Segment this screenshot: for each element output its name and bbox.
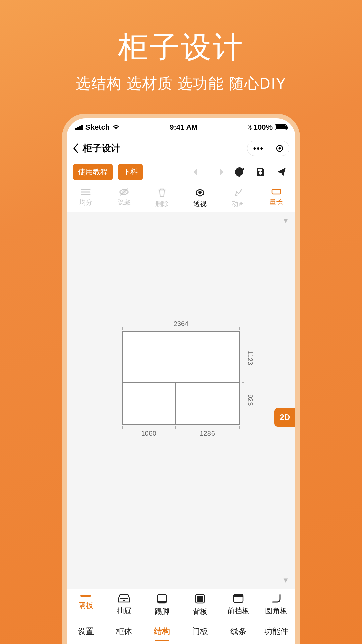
svg-point-1: [279, 147, 281, 150]
tab-settings[interactable]: 设置: [67, 626, 105, 637]
svg-rect-6: [123, 600, 125, 601]
mini-program-capsule: •••: [247, 141, 289, 156]
cabinet-drawing[interactable]: 2364 1123 923 1060 1286: [122, 331, 240, 425]
cut-button[interactable]: 下料: [118, 164, 143, 180]
tool-animate-label: 动画: [232, 199, 245, 208]
tool-measure[interactable]: 量长: [257, 188, 295, 208]
tool-perspective[interactable]: 透视: [181, 188, 219, 208]
tutorial-button[interactable]: 使用教程: [73, 164, 113, 180]
cat-partition-label: 隔板: [78, 601, 93, 611]
dim-right-bottom: 923: [246, 394, 254, 406]
tab-structure[interactable]: 结构: [143, 626, 181, 637]
cat-kick-label: 踢脚: [155, 607, 169, 617]
promo-subtitle: 选结构 选材质 选功能 随心DIY: [76, 74, 286, 94]
redo-button[interactable]: [211, 167, 227, 177]
bluetooth-icon: [248, 124, 252, 131]
tab-line[interactable]: 线条: [219, 626, 257, 637]
tool-hide[interactable]: 隐藏: [105, 188, 143, 208]
tab-body[interactable]: 柜体: [105, 626, 143, 637]
tool-row: 均分 隐藏 删除 透视 动画 量长: [67, 184, 295, 212]
dim-right-top: 1123: [246, 350, 254, 365]
battery-icon: [275, 124, 287, 130]
cat-round-label: 圆角板: [265, 606, 287, 616]
canvas[interactable]: ▼ 2D 2364 1123 923 1060 1286 ▼: [67, 212, 295, 589]
collapse-top-button[interactable]: ▼: [282, 216, 289, 225]
tool-perspective-label: 透视: [193, 199, 207, 208]
dim-bottom-right: 1286: [175, 430, 240, 437]
more-button[interactable]: •••: [247, 144, 270, 153]
view-2d-badge[interactable]: 2D: [274, 408, 295, 427]
nav-bar: 柜子设计 •••: [67, 137, 295, 160]
status-time: 9:41 AM: [170, 123, 198, 132]
carrier-label: Sketch: [85, 123, 110, 132]
promo-title: 柜子设计: [118, 27, 244, 68]
cat-kick[interactable]: 踢脚: [143, 593, 181, 617]
cat-back[interactable]: 背板: [181, 593, 219, 617]
svg-rect-8: [158, 601, 166, 603]
dim-bottom-left: 1060: [122, 430, 175, 437]
close-button[interactable]: [270, 144, 289, 152]
battery-label: 100%: [254, 123, 273, 132]
cat-back-label: 背板: [193, 607, 207, 617]
collapse-bottom-button[interactable]: ▼: [282, 576, 289, 585]
save-button[interactable]: [252, 167, 268, 177]
tool-delete-label: 删除: [155, 199, 169, 208]
cat-drawer[interactable]: 抽屉: [105, 593, 143, 617]
cat-round[interactable]: 圆角板: [257, 593, 295, 617]
bottom-tabs: 设置 柜体 结构 门板 线条 功能件: [67, 620, 295, 644]
wifi-icon: [112, 125, 120, 130]
tool-animate[interactable]: 动画: [219, 188, 257, 208]
tool-divide[interactable]: 均分: [67, 188, 105, 208]
svg-rect-5: [80, 595, 91, 597]
refresh-button[interactable]: [232, 167, 248, 177]
action-row: 使用教程 下料: [67, 160, 295, 184]
status-bar: Sketch 9:41 AM 100%: [67, 118, 295, 137]
cat-partition[interactable]: 隔板: [67, 593, 105, 617]
phone-frame: Sketch 9:41 AM 100% 柜子设计 ••• 使用教: [62, 114, 300, 644]
category-row: 隔板 抽屉 踢脚 背板 前挡板 圆角板: [67, 589, 295, 620]
dim-top: 2364: [122, 320, 240, 328]
undo-button[interactable]: [190, 167, 206, 177]
cat-front[interactable]: 前挡板: [219, 593, 257, 617]
cat-front-label: 前挡板: [227, 606, 249, 616]
tab-door[interactable]: 门板: [181, 626, 219, 637]
tool-hide-label: 隐藏: [117, 198, 131, 207]
tool-delete[interactable]: 删除: [143, 188, 181, 208]
page-title: 柜子设计: [83, 142, 120, 155]
send-button[interactable]: [273, 167, 289, 177]
tool-divide-label: 均分: [79, 198, 93, 207]
signal-bars-icon: [75, 125, 83, 130]
cat-drawer-label: 抽屉: [117, 606, 131, 616]
svg-rect-12: [234, 594, 243, 597]
tool-measure-label: 量长: [269, 197, 283, 206]
back-button[interactable]: [73, 143, 79, 153]
tab-function[interactable]: 功能件: [257, 626, 295, 637]
svg-rect-10: [197, 596, 203, 602]
